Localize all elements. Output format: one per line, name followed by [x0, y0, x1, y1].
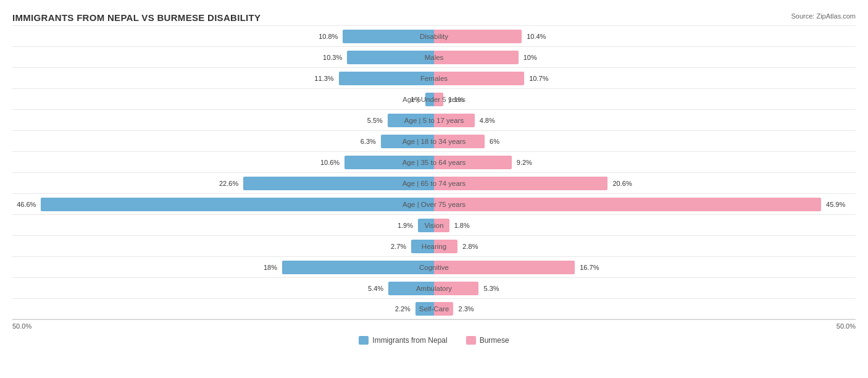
nepal-value: 18%: [264, 264, 280, 271]
legend: Immigrants from Nepal Burmese: [12, 336, 856, 345]
nepal-value: 46.6%: [17, 201, 38, 208]
chart-title: IMMIGRANTS FROM NEPAL VS BURMESE DISABIL…: [12, 12, 261, 23]
bar-label: Hearing: [422, 243, 446, 250]
burmese-value: 2.3%: [456, 305, 474, 313]
nepal-bar: [41, 198, 434, 211]
source-line: Source: ZipAtlas.com: [791, 12, 856, 20]
bar-row: 18%16.7%Cognitive: [12, 256, 856, 277]
legend-color-burmese: [466, 336, 476, 345]
bar-inner: 6.3%6%Age | 18 to 34 years: [12, 131, 856, 152]
bar-row: 6.3%6%Age | 18 to 34 years: [12, 130, 856, 151]
legend-label-burmese: Burmese: [480, 336, 509, 345]
nepal-bar: [347, 51, 434, 64]
bar-label: Age | 5 to 17 years: [404, 117, 464, 124]
bar-row: 46.6%45.9%Age | Over 75 years: [12, 193, 856, 214]
bar-inner: 1%1.1%Age | Under 5 years: [12, 89, 856, 110]
chart-container: IMMIGRANTS FROM NEPAL VS BURMESE DISABIL…: [12, 6, 856, 351]
legend-item-nepal: Immigrants from Nepal: [359, 336, 447, 345]
nepal-value: 22.6%: [219, 180, 241, 187]
burmese-value: 9.2%: [514, 159, 532, 166]
chart-area: 10.8%10.4%Disability10.3%10%Males11.3%10…: [12, 25, 856, 319]
nepal-value: 5.5%: [367, 117, 385, 124]
bar-row: 22.6%20.6%Age | 65 to 74 years: [12, 172, 856, 193]
bar-row: 5.4%5.3%Ambulatory: [12, 277, 856, 298]
x-axis: 50.0% 50.0%: [12, 319, 856, 332]
bar-label: Age | 35 to 64 years: [403, 159, 466, 166]
bar-inner: 10.3%10%Males: [12, 47, 856, 68]
bar-inner: 5.5%4.8%Age | 5 to 17 years: [12, 110, 856, 131]
bar-row: 1.9%1.8%Vision: [12, 214, 856, 235]
burmese-value: 5.3%: [481, 285, 499, 292]
legend-label-nepal: Immigrants from Nepal: [372, 336, 447, 345]
nepal-value: 5.4%: [368, 285, 386, 292]
bar-inner: 2.7%2.8%Hearing: [12, 236, 856, 257]
legend-color-nepal: [359, 336, 369, 345]
bar-label: Females: [420, 75, 448, 82]
bar-row: 10.8%10.4%Disability: [12, 25, 856, 46]
bar-label: Males: [425, 54, 444, 61]
bar-row: 2.7%2.8%Hearing: [12, 235, 856, 256]
burmese-value: 10.7%: [527, 75, 548, 82]
bar-inner: 10.6%9.2%Age | 35 to 64 years: [12, 152, 856, 173]
bar-row: 10.6%9.2%Age | 35 to 64 years: [12, 151, 856, 172]
bar-row: 2.2%2.3%Self-Care: [12, 298, 856, 319]
bar-row: 10.3%10%Males: [12, 46, 856, 67]
bar-inner: 10.8%10.4%Disability: [12, 26, 856, 47]
burmese-value: 2.8%: [460, 243, 478, 250]
bar-inner: 22.6%20.6%Age | 65 to 74 years: [12, 173, 856, 194]
bar-row: 1%1.1%Age | Under 5 years: [12, 88, 856, 109]
bar-inner: 1.9%1.8%Vision: [12, 215, 856, 236]
nepal-bar: [339, 72, 434, 85]
nepal-value: 10.3%: [323, 54, 344, 61]
burmese-bar: [434, 51, 519, 64]
nepal-value: 2.2%: [395, 305, 413, 313]
bar-row: 5.5%4.8%Age | 5 to 17 years: [12, 109, 856, 130]
nepal-value: 2.7%: [391, 243, 409, 250]
burmese-value: 4.8%: [477, 117, 495, 124]
bar-label: Disability: [420, 33, 448, 40]
burmese-bar: [434, 198, 821, 211]
bar-label: Ambulatory: [416, 285, 452, 292]
burmese-value: 6%: [487, 138, 499, 145]
nepal-bar: [282, 261, 434, 274]
burmese-value: 45.9%: [824, 201, 845, 208]
nepal-value: 10.6%: [320, 159, 342, 166]
bar-inner: 46.6%45.9%Age | Over 75 years: [12, 194, 856, 215]
nepal-value: 6.3%: [361, 138, 378, 145]
bar-inner: 2.2%2.3%Self-Care: [12, 298, 856, 319]
burmese-value: 16.7%: [577, 264, 599, 271]
nepal-value: 1.9%: [398, 222, 415, 229]
bar-label: Age | Under 5 years: [403, 96, 465, 103]
bar-inner: 5.4%5.3%Ambulatory: [12, 278, 856, 299]
bar-inner: 11.3%10.7%Females: [12, 68, 856, 89]
burmese-bar: [434, 261, 575, 274]
burmese-value: 20.6%: [610, 180, 632, 187]
bar-label: Age | 65 to 74 years: [403, 180, 466, 187]
bar-inner: 18%16.7%Cognitive: [12, 257, 856, 278]
bar-label: Vision: [424, 222, 443, 229]
bar-row: 11.3%10.7%Females: [12, 67, 856, 88]
x-axis-left: 50.0%: [12, 322, 31, 330]
legend-item-burmese: Burmese: [466, 336, 509, 345]
burmese-value: 10%: [521, 54, 537, 61]
nepal-value: 10.8%: [319, 33, 340, 40]
burmese-value: 10.4%: [524, 33, 546, 40]
bar-label: Age | 18 to 34 years: [403, 138, 466, 145]
burmese-value: 1.8%: [452, 222, 470, 229]
nepal-value: 11.3%: [314, 75, 336, 82]
bar-label: Cognitive: [419, 264, 449, 271]
bar-label: Age | Over 75 years: [403, 201, 465, 208]
x-axis-right: 50.0%: [837, 322, 856, 330]
bar-label: Self-Care: [419, 305, 449, 313]
